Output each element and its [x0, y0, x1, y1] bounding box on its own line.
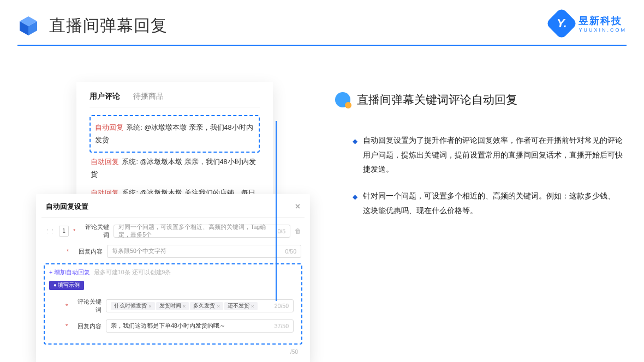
required-mark: *: [65, 303, 68, 309]
char-count: 20/50: [275, 303, 289, 309]
keyword-chip[interactable]: 还不发货×: [224, 302, 258, 310]
example-badge: ● 填写示例: [49, 281, 84, 290]
autoreply-tag: 自动回复: [91, 158, 119, 166]
keyword-input[interactable]: 对同一个问题，可设置多个相近、高频的关键词，Tag确定，最多5个 0/5: [114, 225, 290, 238]
connector-line: [276, 121, 277, 301]
modal-title: 自动回复设置: [46, 202, 88, 212]
required-mark: *: [73, 228, 75, 234]
drag-handle-icon[interactable]: ⋮⋮: [45, 228, 55, 235]
keyword-chip[interactable]: 什么时候发货×: [111, 302, 155, 310]
delete-icon[interactable]: 🗑: [295, 227, 301, 235]
example-block: + 增加自动回复 最多可建10条 还可以创建9条 ● 填写示例 * 评论关键词 …: [44, 263, 302, 345]
add-rule-hint: 最多可建10条 还可以创建9条: [94, 269, 171, 275]
brand-sub: YUUXIN.COM: [579, 27, 627, 33]
diamond-icon: ◆: [353, 191, 357, 218]
tail-count: /50: [41, 347, 305, 355]
bullet-text: 自动回复设置为了提升作者的评论回复效率，作者可在开播前针对常见的评论用户问题，提…: [363, 133, 625, 177]
autoreply-settings-modal: 自动回复设置 × ⋮⋮ 1 * 评论关键词 对同一个问题，可设置多个相近、高频的…: [36, 194, 310, 362]
tab-pending-goods[interactable]: 待播商品: [133, 92, 164, 101]
char-count: 37/50: [275, 323, 289, 329]
ex-content-input[interactable]: 亲，我们这边都是下单48小时内发货的哦～ 37/50: [106, 319, 294, 333]
char-count: 0/5: [277, 228, 285, 234]
required-mark: *: [65, 323, 68, 329]
placeholder-text: 对同一个问题，可设置多个相近、高频的关键词，Tag确定，最多5个: [118, 224, 277, 239]
ex-keyword-input[interactable]: 什么时候发货×发货时间×多久发货×还不发货× 20/50: [106, 299, 294, 312]
brand-name: 昱新科技: [579, 14, 627, 27]
ex-keyword-label: 评论关键词: [72, 298, 102, 314]
cube-icon: [17, 15, 39, 37]
add-rule-link[interactable]: + 增加自动回复: [49, 269, 90, 275]
tab-user-comments[interactable]: 用户评论: [90, 92, 120, 101]
char-count: 0/50: [285, 248, 296, 255]
placeholder-text: 每条限50个中文字符: [112, 248, 166, 255]
system-label: 系统:: [122, 158, 138, 166]
autoreply-tag: 自动回复: [95, 124, 123, 131]
content-input[interactable]: 每条限50个中文字符 0/50: [107, 245, 301, 258]
ex-content-value: 亲，我们这边都是下单48小时内发货的哦～: [111, 322, 225, 330]
bullet-text: 针对同一个问题，可设置多个相近的、高频的关键词。例如：这款多少钱、这块能优惠吗、…: [363, 189, 620, 218]
keyword-chip[interactable]: 多久发货×: [190, 302, 223, 310]
highlighted-comment: 自动回复 系统: @冰墩墩本墩 亲亲，我们48小时内发货: [90, 115, 260, 153]
bullet-ball-icon: [335, 92, 350, 107]
system-label: 系统:: [126, 124, 142, 131]
brand-mark-icon: Y.: [546, 7, 578, 39]
ex-content-label: 回复内容: [72, 322, 102, 330]
required-mark: *: [67, 248, 69, 255]
header-divider: [17, 45, 627, 46]
diamond-icon: ◆: [353, 135, 357, 177]
keyword-label: 评论关键词: [80, 223, 109, 239]
keyword-chip[interactable]: 发货时间×: [156, 302, 189, 310]
brand-logo: Y. 昱新科技 YUUXIN.COM: [550, 12, 627, 35]
content-label: 回复内容: [73, 248, 103, 256]
rule-index: 1: [59, 226, 69, 237]
close-icon[interactable]: ×: [295, 202, 300, 212]
section-title: 直播间弹幕关键词评论自动回复: [357, 92, 517, 107]
page-title: 直播间弹幕回复: [49, 15, 168, 37]
